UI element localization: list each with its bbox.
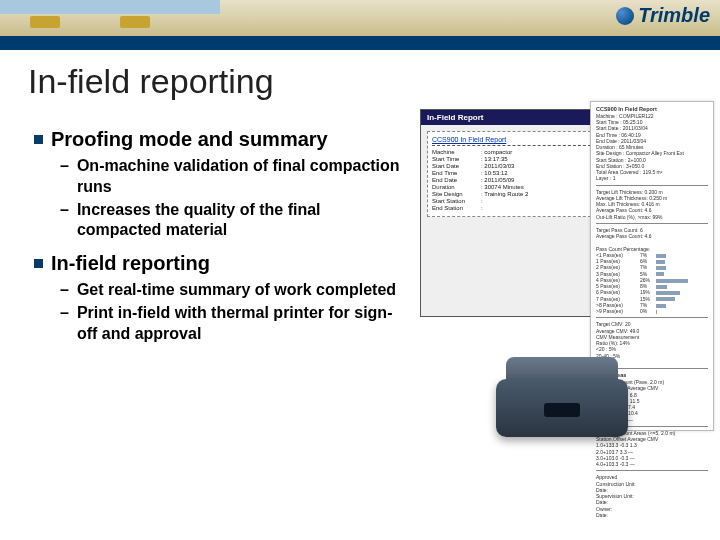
dash-icon: –: [60, 280, 69, 301]
bullet-icon: [34, 259, 43, 268]
printout-line: Average Pass Count: 4.6: [596, 233, 708, 239]
brand-logo: Trimble: [616, 4, 710, 27]
printout-bar-row: >9 Pass(es)0%: [596, 308, 708, 314]
illustration-column: In-Field Report CCS900 In Field Report M…: [414, 113, 712, 355]
header-divider: [0, 36, 720, 50]
report-titlebar: In-Field Report: [421, 110, 607, 125]
bullet-text: Increases the quality of the final compa…: [77, 200, 408, 242]
report-row: Machine: compactor: [432, 149, 596, 155]
report-row: Duration: 30074 Minutes: [432, 184, 596, 190]
globe-icon: [616, 7, 634, 25]
report-row: Start Date: 2011/03/03: [432, 163, 596, 169]
thermal-printer-image: [482, 343, 642, 453]
content-column: Proofing mode and summary –On-machine va…: [34, 113, 408, 355]
printout-header: CCS900 In Field Report: [596, 106, 657, 112]
report-row: End Station:: [432, 205, 596, 211]
slide-title: In-field reporting: [0, 50, 720, 105]
slide-body: Proofing mode and summary –On-machine va…: [0, 105, 720, 355]
bullet-text: Get real-time summary of work completed: [77, 280, 396, 301]
section-heading: In-field reporting: [51, 251, 210, 276]
bullet-list: Proofing mode and summary –On-machine va…: [34, 127, 408, 345]
dash-icon: –: [60, 200, 69, 242]
report-row: Site Design: Training Route 2: [432, 191, 596, 197]
section-heading: Proofing mode and summary: [51, 127, 328, 152]
printer-button: [544, 403, 580, 417]
printout-line: Layer : 1: [596, 175, 708, 181]
header-sky: [0, 0, 220, 14]
dash-icon: –: [60, 303, 69, 345]
bullet-text: On-machine validation of final compactio…: [77, 156, 408, 198]
report-subtitle: CCS900 In Field Report: [432, 136, 596, 143]
report-row: End Date: 2011/05/09: [432, 177, 596, 183]
report-window: In-Field Report CCS900 In Field Report M…: [420, 109, 608, 317]
bulldozer-icon: [120, 16, 150, 28]
slide: Trimble In-field reporting Proofing mode…: [0, 0, 720, 540]
bullet-icon: [34, 135, 43, 144]
report-row: Start Time: 13:17:35: [432, 156, 596, 162]
report-row: End Time: 10:53:12: [432, 170, 596, 176]
report-row: Start Station:: [432, 198, 596, 204]
slide-header: Trimble: [0, 0, 720, 36]
brand-text: Trimble: [638, 4, 710, 27]
printout-line: Date:: [596, 512, 708, 518]
dash-icon: –: [60, 156, 69, 198]
printout-line: 4.0+103.3 -0.3 —: [596, 461, 708, 467]
printout-line: Out-Lift Ratio (%), >max: 99%: [596, 214, 708, 220]
bulldozer-icon: [30, 16, 60, 28]
bullet-text: Print in-field with thermal printer for …: [77, 303, 408, 345]
